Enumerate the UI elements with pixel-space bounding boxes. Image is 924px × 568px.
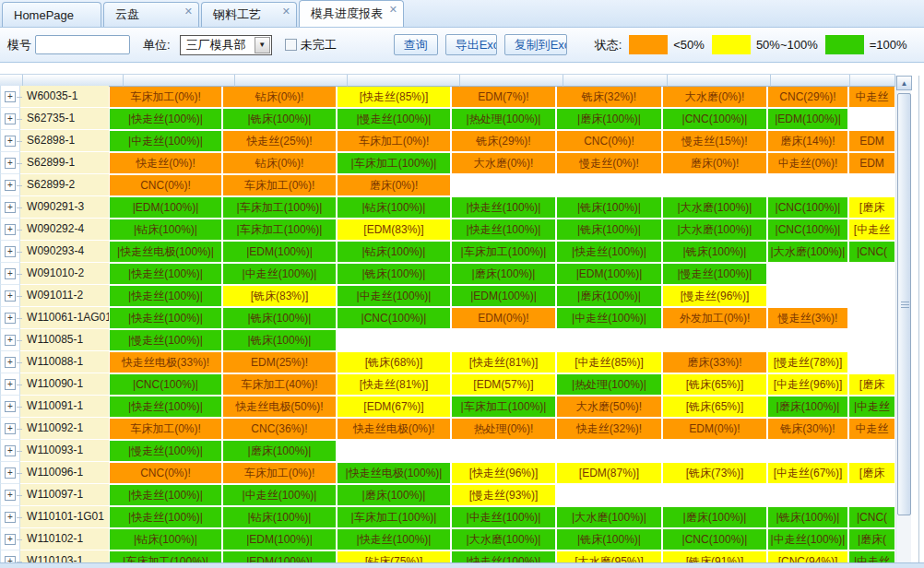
table-row[interactable]: +W60035-1车床加工(0%)!钻床(0%)![快走丝(85%)]EDM(7… <box>0 86 895 108</box>
process-cell: |铣床(100%)| <box>557 219 661 240</box>
row-gutter: + <box>0 219 20 241</box>
process-cell: EDM(0%)! <box>663 419 766 439</box>
expand-button[interactable]: + <box>5 246 16 257</box>
expand-button[interactable]: + <box>5 290 16 302</box>
table-row[interactable]: +W110101-1G01|快走丝(100%)||钻床(100%)||车床加工(… <box>0 506 895 528</box>
row-gutter: + <box>0 329 20 351</box>
expand-button[interactable]: + <box>5 313 16 324</box>
tree-dash <box>17 141 22 142</box>
expand-button[interactable]: + <box>5 224 16 235</box>
legend-label-mid: 50%~100% <box>756 38 818 52</box>
unit-select[interactable]: 三厂模具部 ▼ <box>180 35 272 55</box>
tab-label: HomePage <box>14 8 74 22</box>
mold-id-cell: W110103-1 <box>20 550 109 562</box>
table-row[interactable]: +W090293-4|快走丝电极(100%)||EDM(100%)||钻床(10… <box>0 241 895 263</box>
vertical-scrollbar[interactable]: ▲ <box>895 76 911 562</box>
process-cell: 磨床(33%)! <box>663 352 766 373</box>
process-cell: [铣床(68%)] <box>338 352 450 373</box>
process-cell: |中走丝(100%)| <box>338 286 450 306</box>
expand-button[interactable]: + <box>5 467 16 479</box>
table-row[interactable]: +W110102-1|钻床(100%)||EDM(100%)||快走丝(100%… <box>0 528 895 550</box>
expand-button[interactable]: + <box>5 445 16 456</box>
expand-button[interactable]: + <box>5 335 16 346</box>
chevron-down-icon[interactable]: ▼ <box>255 37 270 53</box>
row-gutter: + <box>0 418 20 440</box>
tab-steel-process[interactable]: 钢料工艺 ✕ <box>201 2 297 27</box>
process-cell: 铣床(32%)! <box>557 87 661 107</box>
close-icon[interactable]: ✕ <box>389 5 397 15</box>
process-cell: |快走丝(100%)| <box>110 485 221 505</box>
expand-button[interactable]: + <box>5 158 16 169</box>
process-cell: |CNC(100%)| <box>768 197 847 218</box>
expand-button[interactable]: + <box>5 202 16 213</box>
table-row[interactable]: +W110088-1快走丝电极(33%)!EDM(25%)![铣床(68%)][… <box>0 351 895 373</box>
close-icon[interactable]: ✕ <box>184 6 193 17</box>
process-cell <box>452 441 555 461</box>
expand-button[interactable]: + <box>5 512 16 523</box>
expand-button[interactable]: + <box>5 423 16 434</box>
copy-to-excel-button[interactable]: 复制到Exce <box>504 34 567 55</box>
expand-button[interactable]: + <box>5 136 16 147</box>
row-gutter: + <box>0 263 20 285</box>
expand-button[interactable]: + <box>5 401 16 412</box>
table-row[interactable]: +W110096-1CNC(0%)!车床加工(0%)!|快走丝电极(100%)|… <box>0 462 895 484</box>
expand-button[interactable]: + <box>5 113 16 124</box>
process-cell <box>849 485 894 505</box>
mold-id-cell: S62898-1 <box>20 130 109 152</box>
process-cell <box>663 175 766 195</box>
process-cell: |大水磨(100%)| <box>663 219 766 240</box>
table-row[interactable]: +S62735-1|快走丝(100%)||铣床(100%)||慢走丝(100%)… <box>0 108 895 130</box>
table-row[interactable]: +W090292-4|钻床(100%)||车床加工(100%)|[EDM(83%… <box>0 219 895 241</box>
expand-button[interactable]: + <box>5 379 16 390</box>
tree-dash <box>17 274 22 275</box>
table-row[interactable]: +W090291-3|EDM(100%)||车床加工(100%)||钻床(100… <box>0 196 895 219</box>
scroll-up-arrow-icon[interactable]: ▲ <box>896 76 912 90</box>
process-cell: |快走丝(100%)| <box>557 242 661 262</box>
scrollbar-thumb[interactable] <box>897 93 911 515</box>
process-cell: |大水磨(100%)| <box>557 507 661 527</box>
table-row[interactable]: +W110097-1|快走丝(100%)||中走丝(100%)||磨床(100%… <box>0 484 895 506</box>
mold-id-cell: W110085-1 <box>20 329 109 351</box>
unfinished-label: 未完工 <box>301 37 337 53</box>
table-row[interactable]: +W110103-1|车床加工(100%)||EDM(100%)|[钻床(75%… <box>0 550 895 562</box>
mold-number-input[interactable] <box>35 35 130 54</box>
expand-button[interactable]: + <box>5 556 16 562</box>
table-row[interactable]: +S62899-2CNC(0%)!车床加工(0%)!磨床(0%)! <box>0 174 895 196</box>
table-row[interactable]: +S62898-1|中走丝(100%)|快走丝(25%)!车床加工(0%)!铣床… <box>0 130 895 152</box>
table-row[interactable]: +W110091-1|快走丝(100%)|快走丝电极(50%)![EDM(67%… <box>0 396 895 418</box>
legend-label-done: =100% <box>870 38 907 52</box>
row-gutter: + <box>0 484 20 506</box>
table-row[interactable]: +W110061-1AG01|快走丝(100%)||铣床(100%)||CNC(… <box>0 307 895 329</box>
tab-homepage[interactable]: HomePage <box>2 2 101 27</box>
unfinished-checkbox[interactable] <box>285 39 297 51</box>
process-cell: |快走丝(100%)| <box>452 197 555 218</box>
expand-button[interactable]: + <box>5 180 16 191</box>
table-row[interactable]: +W110085-1|慢走丝(100%)||铣床(100%)| <box>0 329 895 351</box>
unit-select-value: 三厂模具部 <box>181 37 255 53</box>
export-excel-button[interactable]: 导出Exce <box>445 34 497 55</box>
status-legend: 状态: <50% 50%~100% =100% <box>595 35 907 54</box>
expand-button[interactable]: + <box>5 490 16 501</box>
process-cell: 中走丝 <box>849 419 894 439</box>
process-cell: |慢走丝(100%)| <box>663 264 766 284</box>
table-row[interactable]: +W110090-1|CNC(100%)|车床加工(40%)![快走丝(81%)… <box>0 373 895 396</box>
process-cell: |EDM(100%)| <box>557 264 661 284</box>
process-cell: [CNC(94%)] <box>768 551 847 562</box>
tab-mold-progress-report[interactable]: 模具进度报表 ✕ <box>299 0 404 27</box>
table-row[interactable]: +S62899-1快走丝(0%)!钻床(0%)!|车床加工(100%)|大水磨(… <box>0 152 895 174</box>
table-row[interactable]: +W091011-2|快走丝(100%)|[铣床(83%)]|中走丝(100%)… <box>0 285 895 307</box>
expand-button[interactable]: + <box>5 91 16 102</box>
process-cell: CNC(0%)! <box>110 463 221 483</box>
tab-cloud-drive[interactable]: 云盘 ✕ <box>103 2 199 27</box>
close-icon[interactable]: ✕ <box>282 6 290 17</box>
expand-button[interactable]: + <box>5 268 16 279</box>
table-row[interactable]: +W110092-1车床加工(0%)!CNC(36%)!快走丝电极(0%)!热处… <box>0 418 895 440</box>
row-gutter: + <box>0 351 20 373</box>
process-cell: |钻床(100%)| <box>338 197 450 218</box>
process-cell: [铣床(73%)] <box>663 463 766 483</box>
query-button[interactable]: 查询 <box>394 34 438 55</box>
expand-button[interactable]: + <box>5 534 16 545</box>
table-row[interactable]: +W091010-2|快走丝(100%)||中走丝(100%)||铣床(100%… <box>0 263 895 285</box>
expand-button[interactable]: + <box>5 357 16 368</box>
table-row[interactable]: +W110093-1|慢走丝(100%)||磨床(100%)| <box>0 440 895 462</box>
